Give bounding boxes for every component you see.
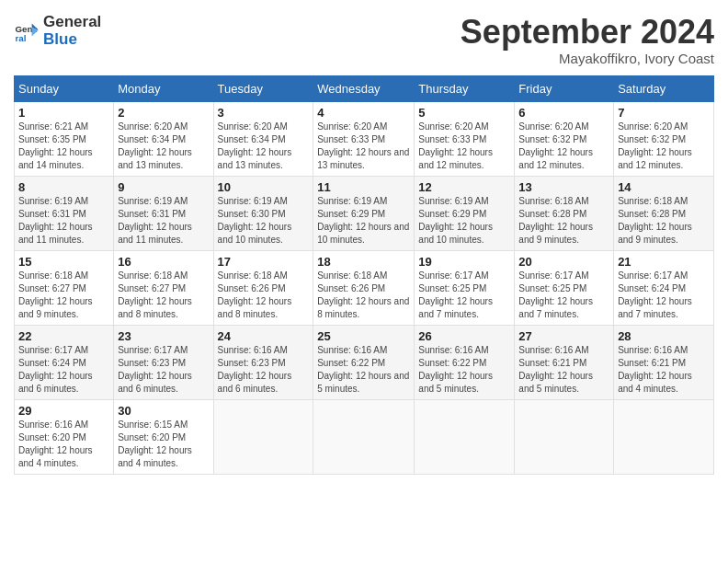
day-info: Sunrise: 6:16 AMSunset: 6:23 PMDaylight:… [218,344,310,396]
day-info: Sunrise: 6:17 AMSunset: 6:23 PMDaylight:… [118,344,209,396]
day-number: 7 [618,106,710,120]
day-info: Sunrise: 6:19 AMSunset: 6:30 PMDaylight:… [218,195,310,247]
table-row: 7Sunrise: 6:20 AMSunset: 6:32 PMDaylight… [614,101,714,176]
table-row: 21Sunrise: 6:17 AMSunset: 6:24 PMDayligh… [614,250,714,325]
table-row [313,399,415,474]
day-number: 16 [118,255,209,269]
table-row: 19Sunrise: 6:17 AMSunset: 6:25 PMDayligh… [415,250,515,325]
day-info: Sunrise: 6:17 AMSunset: 6:24 PMDaylight:… [618,270,710,321]
col-sunday: Sunday [15,75,114,101]
day-info: Sunrise: 6:16 AMSunset: 6:22 PMDaylight:… [418,344,510,396]
day-number: 25 [317,329,410,343]
col-friday: Friday [515,75,614,101]
table-row: 15Sunrise: 6:18 AMSunset: 6:27 PMDayligh… [15,250,114,325]
col-thursday: Thursday [415,75,515,101]
table-row [515,399,614,474]
day-number: 17 [218,255,310,269]
main-container: Gene ral General Blue September 2024 May… [0,0,728,484]
table-row: 20Sunrise: 6:17 AMSunset: 6:25 PMDayligh… [515,250,614,325]
table-row: 2Sunrise: 6:20 AMSunset: 6:34 PMDaylight… [114,101,213,176]
calendar-week-row: 29Sunrise: 6:16 AMSunset: 6:20 PMDayligh… [15,399,714,474]
logo-icon: Gene ral [14,18,40,44]
calendar-table: Sunday Monday Tuesday Wednesday Thursday… [14,75,714,475]
table-row [614,399,714,474]
day-number: 8 [18,180,109,194]
calendar-week-row: 1Sunrise: 6:21 AMSunset: 6:35 PMDaylight… [15,101,714,176]
table-row: 29Sunrise: 6:16 AMSunset: 6:20 PMDayligh… [15,399,114,474]
day-number: 19 [418,255,510,269]
calendar-week-row: 22Sunrise: 6:17 AMSunset: 6:24 PMDayligh… [15,325,714,399]
day-number: 4 [317,106,410,120]
day-info: Sunrise: 6:20 AMSunset: 6:32 PMDaylight:… [618,121,710,172]
day-number: 5 [418,106,510,120]
day-number: 30 [118,404,209,418]
day-number: 3 [218,106,310,120]
month-title: September 2024 [461,14,714,51]
table-row: 1Sunrise: 6:21 AMSunset: 6:35 PMDaylight… [15,101,114,176]
day-info: Sunrise: 6:18 AMSunset: 6:26 PMDaylight:… [218,270,310,321]
day-info: Sunrise: 6:20 AMSunset: 6:34 PMDaylight:… [118,121,209,172]
col-tuesday: Tuesday [213,75,313,101]
calendar-week-row: 15Sunrise: 6:18 AMSunset: 6:27 PMDayligh… [15,250,714,325]
day-info: Sunrise: 6:18 AMSunset: 6:28 PMDaylight:… [618,195,710,247]
logo-text-line1: General [43,14,101,31]
calendar-week-row: 8Sunrise: 6:19 AMSunset: 6:31 PMDaylight… [15,176,714,250]
day-info: Sunrise: 6:20 AMSunset: 6:32 PMDaylight:… [518,121,609,172]
day-number: 29 [18,404,109,418]
day-info: Sunrise: 6:15 AMSunset: 6:20 PMDaylight:… [118,419,209,470]
table-row: 5Sunrise: 6:20 AMSunset: 6:33 PMDaylight… [415,101,515,176]
table-row: 27Sunrise: 6:16 AMSunset: 6:21 PMDayligh… [515,325,614,399]
day-info: Sunrise: 6:16 AMSunset: 6:21 PMDaylight:… [518,344,609,396]
day-number: 22 [18,329,109,343]
day-info: Sunrise: 6:19 AMSunset: 6:31 PMDaylight:… [118,195,209,247]
col-wednesday: Wednesday [313,75,415,101]
table-row: 13Sunrise: 6:18 AMSunset: 6:28 PMDayligh… [515,176,614,250]
day-info: Sunrise: 6:20 AMSunset: 6:33 PMDaylight:… [418,121,510,172]
day-info: Sunrise: 6:20 AMSunset: 6:33 PMDaylight:… [317,121,410,172]
day-number: 6 [518,106,609,120]
table-row: 6Sunrise: 6:20 AMSunset: 6:32 PMDaylight… [515,101,614,176]
table-row: 8Sunrise: 6:19 AMSunset: 6:31 PMDaylight… [15,176,114,250]
day-info: Sunrise: 6:18 AMSunset: 6:28 PMDaylight:… [518,195,609,247]
day-info: Sunrise: 6:20 AMSunset: 6:34 PMDaylight:… [218,121,310,172]
table-row: 10Sunrise: 6:19 AMSunset: 6:30 PMDayligh… [213,176,313,250]
header: Gene ral General Blue September 2024 May… [14,14,714,66]
table-row: 22Sunrise: 6:17 AMSunset: 6:24 PMDayligh… [15,325,114,399]
day-info: Sunrise: 6:18 AMSunset: 6:27 PMDaylight:… [118,270,209,321]
table-row: 24Sunrise: 6:16 AMSunset: 6:23 PMDayligh… [213,325,313,399]
day-info: Sunrise: 6:16 AMSunset: 6:22 PMDaylight:… [317,344,410,396]
logo-text-line2: Blue [43,31,101,49]
location: Mayakoffikro, Ivory Coast [461,51,714,66]
table-row [213,399,313,474]
day-number: 1 [18,106,109,120]
day-info: Sunrise: 6:17 AMSunset: 6:25 PMDaylight:… [418,270,510,321]
col-saturday: Saturday [614,75,714,101]
table-row: 14Sunrise: 6:18 AMSunset: 6:28 PMDayligh… [614,176,714,250]
day-info: Sunrise: 6:17 AMSunset: 6:24 PMDaylight:… [18,344,109,396]
day-number: 12 [418,180,510,194]
day-number: 11 [317,180,410,194]
day-number: 27 [518,329,609,343]
day-info: Sunrise: 6:18 AMSunset: 6:27 PMDaylight:… [18,270,109,321]
day-number: 24 [218,329,310,343]
day-number: 23 [118,329,209,343]
table-row: 4Sunrise: 6:20 AMSunset: 6:33 PMDaylight… [313,101,415,176]
table-row: 11Sunrise: 6:19 AMSunset: 6:29 PMDayligh… [313,176,415,250]
day-number: 15 [18,255,109,269]
table-row: 28Sunrise: 6:16 AMSunset: 6:21 PMDayligh… [614,325,714,399]
day-info: Sunrise: 6:17 AMSunset: 6:25 PMDaylight:… [518,270,609,321]
day-number: 28 [618,329,710,343]
table-row: 9Sunrise: 6:19 AMSunset: 6:31 PMDaylight… [114,176,213,250]
table-row: 18Sunrise: 6:18 AMSunset: 6:26 PMDayligh… [313,250,415,325]
svg-text:ral: ral [15,33,26,43]
table-row: 16Sunrise: 6:18 AMSunset: 6:27 PMDayligh… [114,250,213,325]
day-number: 26 [418,329,510,343]
day-info: Sunrise: 6:16 AMSunset: 6:21 PMDaylight:… [618,344,710,396]
day-number: 21 [618,255,710,269]
day-number: 10 [218,180,310,194]
table-row: 12Sunrise: 6:19 AMSunset: 6:29 PMDayligh… [415,176,515,250]
title-section: September 2024 Mayakoffikro, Ivory Coast [461,14,714,66]
day-info: Sunrise: 6:19 AMSunset: 6:29 PMDaylight:… [418,195,510,247]
day-info: Sunrise: 6:21 AMSunset: 6:35 PMDaylight:… [18,121,109,172]
col-monday: Monday [114,75,213,101]
